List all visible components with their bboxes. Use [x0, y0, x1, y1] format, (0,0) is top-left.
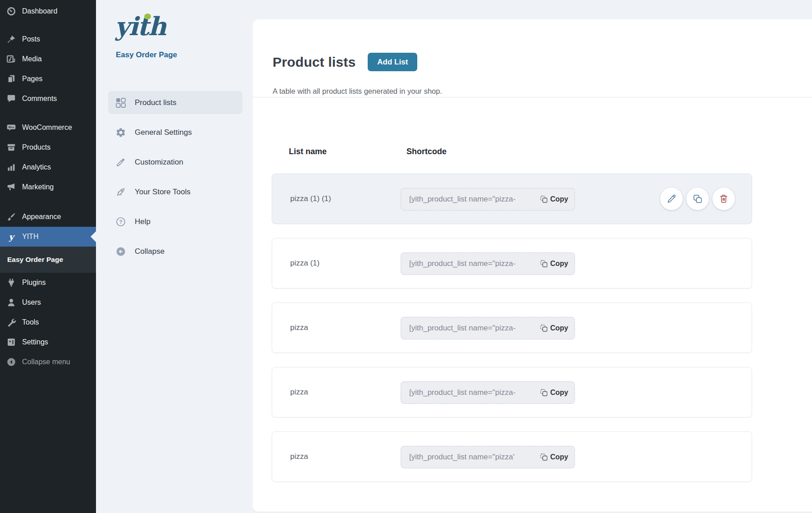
wrench-icon	[6, 317, 16, 327]
plugin-menu-item-collapse[interactable]: Collapse	[108, 240, 242, 263]
column-header-list-name: List name	[289, 147, 406, 156]
sidebar-item-products[interactable]: Products	[0, 137, 96, 157]
sidebar-item-label: WooCommerce	[22, 124, 72, 132]
sidebar-item-label: Analytics	[22, 163, 51, 171]
sidebar-item-pages[interactable]: Pages	[0, 69, 96, 89]
sidebar-item-collapse-menu[interactable]: Collapse menu	[0, 352, 96, 372]
collapse-icon	[6, 357, 16, 367]
sidebar-item-label: Marketing	[22, 183, 54, 191]
table-row: pizza [yith_product_list name="pizza- Co…	[272, 367, 752, 417]
copy-button[interactable]: Copy	[540, 324, 568, 332]
shortcode-text: [yith_product_list name="pizza-	[409, 195, 540, 204]
svg-text:?: ?	[119, 219, 122, 224]
copy-button[interactable]: Copy	[540, 453, 568, 461]
sidebar-item-users[interactable]: Users	[0, 293, 96, 312]
shortcode-box[interactable]: [yith_product_list name="pizza' Copy	[401, 446, 575, 468]
plugin-menu: Product lists General Settings Customiza…	[108, 91, 242, 270]
delete-button[interactable]	[712, 188, 735, 210]
pages-icon	[6, 74, 16, 84]
comment-icon	[6, 94, 16, 104]
sidebar-item-label: Posts	[22, 35, 40, 43]
plugin-menu-label: Help	[135, 217, 151, 226]
pin-icon	[6, 34, 16, 44]
copy-label: Copy	[550, 324, 568, 332]
copy-label: Copy	[550, 389, 568, 397]
sidebar-item-settings[interactable]: Settings	[0, 332, 96, 352]
copy-button[interactable]: Copy	[540, 195, 568, 203]
shortcode-box[interactable]: [yith_product_list name="pizza- Copy	[401, 188, 575, 211]
sidebar-item-label: Settings	[22, 338, 48, 346]
eyedropper-icon	[115, 157, 126, 168]
main-content: Product lists Add List A table with all …	[253, 0, 812, 513]
shortcode-box[interactable]: [yith_product_list name="pizza- Copy	[401, 252, 575, 275]
sidebar-item-comments[interactable]: Comments	[0, 89, 96, 109]
sidebar-item-easy-order-page[interactable]: Easy Order Page	[7, 256, 96, 264]
content-panel: Product lists Add List A table with all …	[253, 19, 812, 512]
copy-icon	[540, 453, 548, 461]
copy-icon	[540, 195, 548, 203]
page-subtitle: A table with all product lists generated…	[273, 87, 442, 96]
shortcode-text: [yith_product_list name="pizza-	[409, 324, 540, 333]
woocommerce-icon: Woo	[6, 123, 16, 133]
sidebar-separator	[0, 197, 96, 207]
duplicate-icon	[692, 193, 703, 204]
plugin-menu-label: Product lists	[135, 98, 177, 107]
wp-admin-sidebar: Dashboard Posts Media Pages Comment	[0, 0, 96, 513]
duplicate-button[interactable]	[686, 188, 709, 210]
plugin-icon	[6, 278, 16, 288]
plugin-menu-item-product-lists[interactable]: Product lists	[108, 91, 242, 114]
table-row: pizza [yith_product_list name="pizza' Co…	[272, 431, 752, 482]
grid-icon	[115, 97, 126, 108]
sidebar-item-dashboard[interactable]: Dashboard	[0, 1, 96, 21]
sidebar-item-appearance[interactable]: Appearance	[0, 207, 96, 227]
sidebar-item-plugins[interactable]: Plugins	[0, 273, 96, 293]
sidebar-item-label: Products	[22, 143, 50, 151]
page-title: Product lists	[273, 55, 356, 70]
copy-icon	[540, 389, 548, 397]
plugin-menu-item-help[interactable]: ? Help	[108, 210, 242, 233]
plugin-menu-item-customization[interactable]: Customization	[108, 151, 242, 174]
brush-icon	[6, 212, 16, 222]
sidebar-item-posts[interactable]: Posts	[0, 29, 96, 49]
sidebar-item-yith[interactable]: y YITH	[0, 227, 96, 247]
analytics-icon	[6, 162, 16, 172]
header-divider	[253, 97, 812, 97]
yith-brand: yith	[115, 13, 165, 41]
sidebar-item-media[interactable]: Media	[0, 49, 96, 69]
table-row: pizza (1) (1) [yith_product_list name="p…	[272, 174, 752, 224]
table-header: List name Shortcode	[289, 147, 447, 156]
megaphone-icon	[6, 182, 16, 192]
product-list-table: pizza (1) (1) [yith_product_list name="p…	[272, 174, 752, 496]
add-list-button[interactable]: Add List	[368, 53, 417, 71]
copy-button[interactable]: Copy	[540, 389, 568, 397]
edit-button[interactable]	[660, 188, 683, 210]
sidebar-item-tools[interactable]: Tools	[0, 312, 96, 332]
sidebar-item-marketing[interactable]: Marketing	[0, 177, 96, 197]
shortcode-box[interactable]: [yith_product_list name="pizza- Copy	[401, 381, 575, 404]
column-header-shortcode: Shortcode	[406, 147, 447, 156]
plugin-menu-item-your-store-tools[interactable]: Your Store Tools	[108, 180, 242, 203]
plugin-menu-label: Your Store Tools	[135, 188, 191, 197]
table-row: pizza (1) [yith_product_list name="pizza…	[272, 238, 752, 289]
copy-icon	[540, 260, 548, 268]
sidebar-item-label: Collapse menu	[22, 358, 70, 366]
sidebar-item-analytics[interactable]: Analytics	[0, 157, 96, 177]
plugin-menu-label: Customization	[135, 158, 183, 167]
plugin-sidebar: yith Easy Order Page Product lists Gener…	[96, 0, 253, 513]
sidebar-separator	[0, 21, 96, 29]
sidebar-item-label: Pages	[22, 75, 42, 83]
shortcode-box[interactable]: [yith_product_list name="pizza- Copy	[401, 317, 575, 339]
products-icon	[6, 142, 16, 152]
plugin-menu-label: Collapse	[135, 247, 164, 256]
list-name: pizza	[290, 388, 308, 397]
plugin-menu-item-general-settings[interactable]: General Settings	[108, 121, 242, 144]
list-name: pizza (1)	[290, 259, 319, 268]
sidebar-item-label: YITH	[22, 233, 38, 241]
copy-button[interactable]: Copy	[540, 260, 568, 268]
svg-text:Woo: Woo	[9, 126, 14, 128]
sidebar-item-woocommerce[interactable]: Woo WooCommerce	[0, 118, 96, 137]
yith-icon: y	[6, 232, 16, 242]
sidebar-submenu: Easy Order Page	[0, 247, 96, 273]
plugin-menu-label: General Settings	[135, 128, 192, 137]
plugin-name: Easy Order Page	[116, 50, 177, 60]
